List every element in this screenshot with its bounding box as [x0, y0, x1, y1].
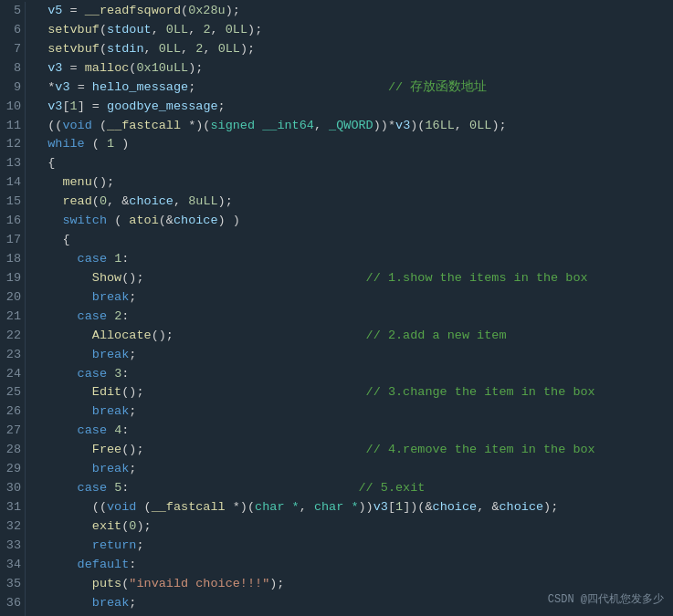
- line-number: 26: [5, 402, 21, 422]
- code-line: break;: [33, 402, 666, 422]
- line-number: 37: [5, 613, 21, 617]
- line-number: 21: [5, 308, 21, 327]
- code-line: Show(); // 1.show the items in the box: [33, 269, 666, 288]
- line-number: 29: [5, 460, 21, 479]
- line-number: 30: [5, 479, 21, 498]
- code-line: case 1:: [33, 250, 666, 269]
- line-number: 13: [5, 154, 21, 173]
- line-number: 19: [5, 269, 21, 288]
- code-line: default:: [33, 556, 666, 575]
- code-line: Edit(); // 3.change the item in the box: [33, 383, 666, 402]
- line-number: 32: [5, 517, 21, 537]
- code-line: exit(0);: [33, 517, 666, 537]
- line-number: 31: [5, 498, 21, 517]
- code-line: switch ( atoi(&choice) ): [33, 212, 666, 231]
- code-line: ((void (__fastcall *)(signed __int64, _Q…: [33, 117, 666, 136]
- line-number: 6: [5, 21, 21, 40]
- code-editor: 5678910111213141516171819202122232425262…: [0, 0, 673, 616]
- code-line: }: [33, 613, 666, 617]
- code-line: v3 = malloc(0x10uLL);: [33, 59, 666, 78]
- line-number: 22: [5, 327, 21, 346]
- line-number: 36: [5, 594, 21, 613]
- line-number: 23: [5, 346, 21, 365]
- code-line: menu();: [33, 173, 666, 193]
- code-line: return;: [33, 537, 666, 556]
- line-number: 16: [5, 212, 21, 231]
- code-line: break;: [33, 460, 666, 479]
- line-numbers: 5678910111213141516171819202122232425262…: [0, 2, 26, 616]
- code-line: v5 = __readfsqword(0x28u);: [33, 2, 666, 21]
- line-number: 24: [5, 365, 21, 384]
- line-number: 5: [5, 2, 21, 21]
- code-line: {: [33, 231, 666, 250]
- line-number: 25: [5, 383, 21, 402]
- code-line: setvbuf(stdout, 0LL, 2, 0LL);: [33, 21, 666, 40]
- code-line: *v3 = hello_message; // 存放函数地址: [33, 78, 666, 98]
- code-content[interactable]: v5 = __readfsqword(0x28u); setvbuf(stdou…: [26, 2, 673, 616]
- line-number: 8: [5, 59, 21, 78]
- code-line: case 4:: [33, 422, 666, 441]
- line-number: 7: [5, 40, 21, 59]
- code-line: Free(); // 4.remove the item in the box: [33, 441, 666, 460]
- code-line: setvbuf(stdin, 0LL, 2, 0LL);: [33, 40, 666, 59]
- code-line: ((void (__fastcall *)(char *, char *))v3…: [33, 498, 666, 517]
- code-line: v3[1] = goodbye_message;: [33, 98, 666, 117]
- code-line: case 3:: [33, 365, 666, 384]
- code-line: Allocate(); // 2.add a new item: [33, 327, 666, 346]
- code-line: case 5: // 5.exit: [33, 479, 666, 498]
- code-line: while ( 1 ): [33, 135, 666, 154]
- line-number: 18: [5, 250, 21, 269]
- line-number: 33: [5, 537, 21, 556]
- line-number: 34: [5, 556, 21, 575]
- line-number: 10: [5, 98, 21, 117]
- line-number: 27: [5, 422, 21, 441]
- line-number: 35: [5, 575, 21, 594]
- code-line: read(0, &choice, 8uLL);: [33, 193, 666, 212]
- line-number: 15: [5, 193, 21, 212]
- watermark: CSDN @四代机您发多少: [548, 591, 664, 609]
- code-line: break;: [33, 346, 666, 365]
- line-number: 12: [5, 135, 21, 154]
- code-line: case 2:: [33, 308, 666, 327]
- line-number: 28: [5, 441, 21, 460]
- line-number: 11: [5, 117, 21, 136]
- line-number: 14: [5, 173, 21, 193]
- code-line: break;: [33, 288, 666, 308]
- line-number: 20: [5, 288, 21, 308]
- code-line: {: [33, 154, 666, 173]
- line-number: 17: [5, 231, 21, 250]
- line-number: 9: [5, 78, 21, 98]
